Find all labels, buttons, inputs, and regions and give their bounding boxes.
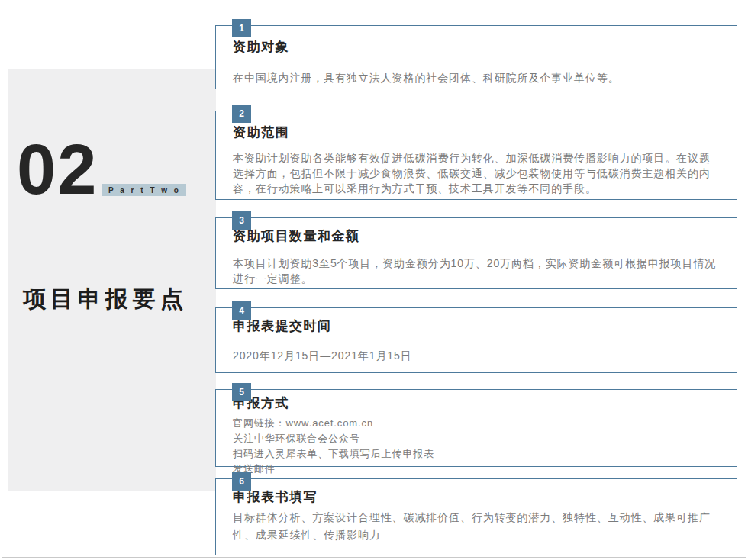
section-body: 本项目计划资助3至5个项目，资助金额分为10万、20万两档，实际资助金额可根据申… xyxy=(233,256,720,286)
page-border-left xyxy=(2,0,2,558)
section-number-badge: 2 xyxy=(232,105,251,123)
section-card-funding-scope: 2 资助范围 本资助计划资助各类能够有效促进低碳消费行为转化、加深低碳消费传播影… xyxy=(215,111,737,200)
section-title: 资助范围 xyxy=(233,111,720,141)
slide-title: 项目申报要点 xyxy=(23,284,188,315)
section-card-form-filling: 6 申报表书填写 目标群体分析、方案设计合理性、碳减排价值、行为转变的潜力、独特… xyxy=(215,478,737,555)
method-line-email: 发送邮件 xyxy=(233,462,720,477)
section-number-badge: 4 xyxy=(232,301,251,320)
section-title: 资助对象 xyxy=(233,26,720,56)
section-number-badge: 1 xyxy=(232,19,251,37)
part-label-badge: P a r t T w o xyxy=(102,184,186,196)
section-number-badge: 3 xyxy=(232,211,251,230)
method-line-form: 扫码进入灵犀表单、下载填写后上传申报表 xyxy=(233,446,720,462)
page-border-bottom xyxy=(2,557,746,558)
section-title: 资助项目数量和金额 xyxy=(233,218,720,245)
section-number-badge: 5 xyxy=(232,383,251,401)
method-line-wechat: 关注中华环保联合会公众号 xyxy=(233,431,720,446)
section-body: 本资助计划资助各类能够有效促进低碳消费行为转化、加深低碳消费传播影响力的项目。在… xyxy=(233,150,720,196)
section-body: 2020年12月15日—2021年1月15日 xyxy=(233,348,720,363)
section-card-funding-target: 1 资助对象 在中国境内注册，具有独立法人资格的社会团体、科研院所及企事业单位等… xyxy=(215,25,737,89)
section-body-lines: 官网链接：www.acef.com.cn 关注中华环保联合会公众号 扫码进入灵犀… xyxy=(233,416,720,477)
section-number-badge: 6 xyxy=(232,472,251,491)
section-title: 申报方式 xyxy=(233,390,720,412)
page-border-right xyxy=(746,0,746,558)
section-title: 申报表书填写 xyxy=(233,479,720,506)
section-title: 申报表提交时间 xyxy=(233,308,720,335)
part-number: 02 xyxy=(17,134,98,204)
section-body: 在中国境内注册，具有独立法人资格的社会团体、科研院所及企事业单位等。 xyxy=(233,70,720,85)
section-card-application-method: 5 申报方式 官网链接：www.acef.com.cn 关注中华环保联合会公众号… xyxy=(215,389,737,467)
section-card-submission-time: 4 申报表提交时间 2020年12月15日—2021年1月15日 xyxy=(215,307,737,373)
section-body: 目标群体分析、方案设计合理性、碳减排价值、行为转变的潜力、独特性、互动性、成果可… xyxy=(233,509,720,544)
section-card-project-count-amount: 3 资助项目数量和金额 本项目计划资助3至5个项目，资助金额分为10万、20万两… xyxy=(215,217,737,289)
method-line-website: 官网链接：www.acef.com.cn xyxy=(233,416,720,431)
